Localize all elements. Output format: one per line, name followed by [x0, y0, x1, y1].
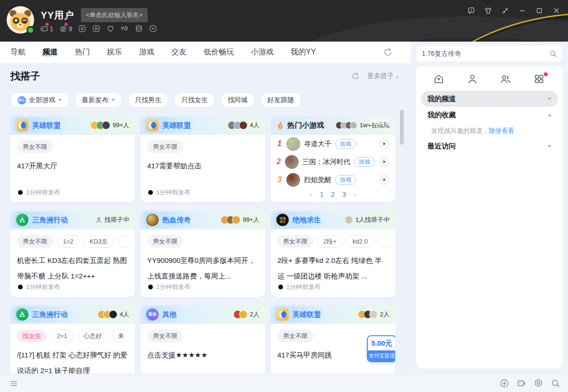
filter-chip-好友跟随[interactable]: 好友跟随	[260, 92, 301, 108]
game-name: 英雄联盟	[162, 121, 191, 130]
game-tab[interactable]: 三角洲行动	[14, 306, 75, 322]
yo-badge[interactable]: YO	[120, 24, 129, 33]
mini-mode-button[interactable]	[499, 5, 511, 16]
home-icon	[433, 73, 445, 85]
game-tab[interactable]: 英雄联盟	[275, 306, 328, 322]
nav-tab-游戏[interactable]: 游戏	[139, 47, 154, 57]
download-icon[interactable]	[499, 378, 509, 388]
refresh-icon[interactable]	[383, 47, 393, 57]
filter-chip-只找男生[interactable]: 只找男生	[128, 92, 169, 108]
minigame-row-烈焰觉醒[interactable]: 3烈焰觉醒游戏	[271, 171, 395, 189]
user-avatar[interactable]	[7, 6, 34, 34]
game-tab[interactable]: 英雄联盟	[144, 117, 198, 133]
scrollbar-thumb[interactable]	[400, 110, 404, 145]
filter-chip-只找女生[interactable]: 只找女生	[174, 92, 215, 108]
target-badge[interactable]	[149, 24, 158, 33]
game-tab[interactable]: 英雄联盟	[14, 117, 68, 133]
nav-tab-娱乐[interactable]: 娱乐	[107, 47, 122, 57]
chevron-right-button[interactable]	[379, 174, 390, 185]
notification-dot	[544, 72, 548, 76]
partner-card-三角洲行动[interactable]: 三角洲行动4人找女生2=1心态好来/[117] 机航 打架 心态好脾气好 的爱说…	[10, 305, 135, 374]
search-icon[interactable]	[550, 378, 560, 388]
nav-tab-热门[interactable]: 热门	[75, 47, 90, 57]
gift-badge[interactable]: 9	[59, 24, 72, 33]
withdraw-amount: 5.00元	[368, 336, 395, 350]
partner-card-其他[interactable]: 其他其他2人男女不限点击支援★★★★★	[141, 305, 265, 374]
partner-card-英雄联盟[interactable]: 英雄联盟4人男女不限417需要帮助点击1分钟前发布	[141, 116, 265, 202]
partner-card-英雄联盟[interactable]: 英雄联盟99+人男女不限417开黑大厅1分钟前发布	[10, 116, 135, 202]
sidebar-tab-home[interactable]	[433, 73, 445, 86]
filter-label: 好友跟随	[267, 96, 294, 105]
play-box-badge[interactable]	[92, 24, 101, 33]
partner-card-三角洲行动[interactable]: 三角洲行动找搭子中男女不限1=2KD3左机密长工 KD3左右四套五蛋起 熟图带脑…	[10, 210, 135, 297]
page-prev-icon[interactable]: ‹	[310, 191, 312, 199]
close-button[interactable]	[550, 5, 562, 16]
discover-text: 发现感兴趣的频道，	[431, 127, 489, 134]
sidebar-section-我的收藏[interactable]: 我的收藏	[421, 107, 558, 123]
post-text: 点击支援★★★★★	[147, 347, 258, 363]
filter-chip-全部游戏[interactable]: ALL全部游戏	[10, 92, 69, 108]
filter-chip-最新发布[interactable]: 最新发布	[75, 92, 122, 108]
more-partners-link[interactable]: 更多搭子 ›	[367, 72, 399, 80]
game-tab[interactable]: 绝地求生绝地求生	[275, 212, 328, 228]
filter-chip-找同城[interactable]: 找同城	[221, 92, 255, 108]
page-next-icon[interactable]: ›	[354, 191, 356, 199]
minigames-title: 热门小游戏	[287, 121, 324, 131]
badge-count: 1	[50, 25, 53, 33]
browse-channels-link[interactable]: 随便看看	[489, 127, 515, 134]
post-text: 2段+ 多赛季kd 2.0左右 纯绿色 半运 一级团边楼 听枪声劝架 ...	[277, 253, 389, 284]
minigame-name: 寻道大千	[304, 139, 331, 148]
minigame-row-三国：冰河时代[interactable]: 2三国：冰河时代游戏	[271, 153, 395, 171]
maximize-button[interactable]	[533, 5, 545, 16]
partner-card-绝地求生[interactable]: 绝地求生绝地求生1人找搭子中男女不限2段+kd2.02段+ 多赛季kd 2.0左…	[271, 210, 395, 297]
participant-avatars	[221, 216, 240, 224]
signature-input[interactable]: <单击此处输入签名>	[81, 8, 148, 22]
hot-minigames-card[interactable]: 热门小游戏1w+在线玩HOT1寻道大千游戏2三国：冰河时代游戏3烈焰觉醒游戏‹1…	[271, 116, 395, 202]
feedback-button[interactable]	[465, 5, 477, 16]
plugin-icon[interactable]	[516, 378, 526, 388]
channel-search-input[interactable]: 1.76复古传奇	[417, 46, 562, 61]
settings-icon[interactable]	[533, 378, 543, 388]
filter-label: 只找男生	[135, 96, 161, 105]
nav-tab-低价畅玩[interactable]: 低价畅玩	[204, 47, 234, 57]
page-1[interactable]: 1	[320, 191, 324, 198]
channel-panel: 我的频道我的收藏发现感兴趣的频道，随便看看最近访问	[416, 66, 563, 369]
chevron-right-button[interactable]	[379, 157, 390, 167]
all-games-badge: ALL	[18, 96, 26, 105]
nav-tab-导航[interactable]: 导航	[10, 47, 26, 57]
withdraw-badge[interactable]: 5.00元支付宝提现	[367, 335, 395, 362]
sidebar-section-我的频道[interactable]: 我的频道	[421, 91, 558, 107]
game-tab[interactable]: 其他其他	[144, 306, 184, 322]
nav-tab-小游戏[interactable]: 小游戏	[251, 47, 274, 57]
nav-tab-频道[interactable]: 频道	[43, 47, 58, 57]
nav-tab-交友[interactable]: 交友	[171, 47, 186, 57]
minigame-row-寻道大千[interactable]: 1寻道大千游戏	[271, 135, 395, 153]
theme-button[interactable]	[482, 5, 494, 16]
search-icon[interactable]	[549, 50, 557, 58]
game-tab[interactable]: 热血传奇	[144, 212, 198, 228]
heart-badge[interactable]	[106, 24, 115, 33]
menu-icon[interactable]	[9, 379, 18, 387]
minimize-button[interactable]	[516, 5, 528, 16]
sidebar-tab-grid[interactable]	[533, 73, 546, 86]
tag-row: 男女不限	[147, 330, 258, 342]
post-time-label: 1分钟前发布	[156, 283, 190, 291]
chevron-down-icon	[58, 99, 62, 103]
v-box-badge[interactable]	[78, 24, 87, 33]
sidebar-section-最近访问[interactable]: 最近访问	[421, 138, 558, 154]
partner-card-英雄联盟[interactable]: 英雄联盟2人男女不限417买马甲房间跳5.00元支付宝提现	[271, 305, 395, 374]
controller-badge[interactable]: 1	[40, 24, 53, 33]
partner-card-热血传奇[interactable]: 热血传奇99+人男女不限YY900900至尊0房间多版本同开，上线直接送路费，每…	[141, 210, 265, 297]
coins-badge[interactable]	[134, 24, 143, 33]
chevron-down-icon	[111, 99, 115, 103]
nav-tab-我的YY[interactable]: 我的YY	[291, 47, 316, 57]
game-tab[interactable]: 三角洲行动	[14, 212, 75, 228]
chevron-right-button[interactable]	[379, 139, 390, 149]
username[interactable]: YY用户	[41, 9, 74, 22]
sidebar-tab-users[interactable]	[500, 73, 512, 86]
sidebar-tab-user[interactable]	[467, 73, 479, 86]
page-3[interactable]: 3	[342, 191, 346, 198]
refresh-partners-icon[interactable]	[351, 72, 360, 80]
tag-row: 男女不限1=2KD3左	[17, 235, 128, 248]
page-2[interactable]: 2	[331, 191, 335, 198]
